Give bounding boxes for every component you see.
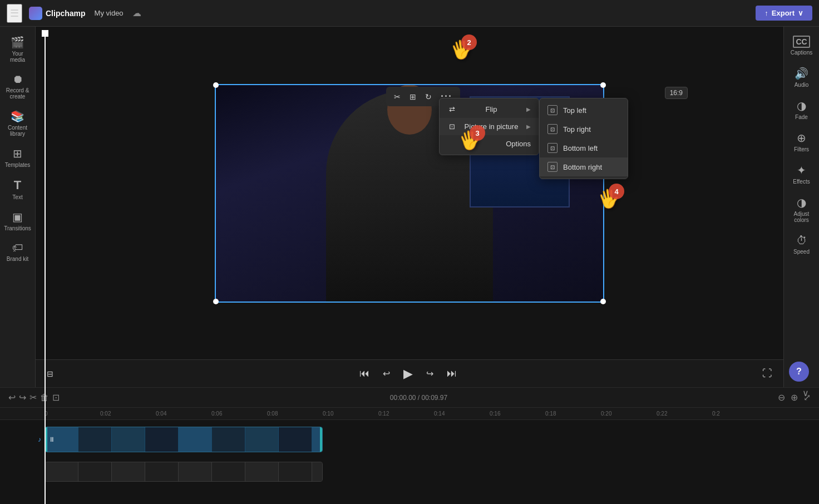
right-panel-fade[interactable]: ◑ Fade — [786, 95, 818, 125]
right-panel-audio[interactable]: 🔊 Audio — [786, 62, 818, 92]
rotate-icon: ↻ — [425, 92, 432, 101]
sidebar-item-your-media[interactable]: 🎬 Your media — [2, 31, 34, 67]
export-button[interactable]: ↑ Export ∨ — [756, 6, 812, 21]
flip-chevron-icon: ▶ — [526, 106, 531, 112]
bottom-right-icon: ⊡ — [547, 162, 557, 172]
pip-bottom-left[interactable]: ⊡ Bottom left — [540, 139, 628, 157]
layout-button[interactable]: ⊞ — [406, 91, 420, 103]
right-panel-speed[interactable]: ⏱ Speed — [786, 230, 818, 259]
handle-bottom-right[interactable] — [600, 299, 606, 304]
pip-chevron-icon: ▶ — [526, 123, 531, 130]
pip-menu-item[interactable]: ⊡ Picture in picture ▶ — [440, 118, 539, 135]
tick-24: 0:2 — [712, 411, 720, 417]
right-panel-captions[interactable]: CC Captions — [786, 31, 818, 60]
preview-area: ✂ ⊞ ↻ ··· 16:9 ⇄ Flip — [36, 27, 783, 387]
sidebar-item-text[interactable]: T Text — [2, 174, 34, 205]
playhead — [45, 420, 46, 504]
top-right-icon: ⊡ — [547, 124, 557, 134]
forward-5s-button[interactable]: ↪ — [424, 366, 436, 381]
preview-container[interactable]: ✂ ⊞ ↻ ··· 16:9 ⇄ Flip — [36, 27, 783, 359]
main-area: 🎬 Your media ⏺ Record & create 📚 Content… — [0, 27, 819, 387]
right-panel-effects[interactable]: ✦ Effects — [786, 159, 818, 189]
timeline-time-display: 00:00.00 / 00:09.97 — [390, 394, 447, 402]
rotate-button[interactable]: ↻ — [422, 91, 435, 103]
skip-forward-button[interactable]: ⏭ — [445, 365, 459, 382]
aspect-ratio-badge[interactable]: 16:9 — [665, 87, 688, 99]
secondary-thumbnails — [45, 462, 323, 481]
tick-22: 0:22 — [657, 411, 667, 417]
tick-02: 0:02 — [100, 411, 111, 417]
collapse-panel-button[interactable]: ∨ — [802, 388, 809, 398]
brand-icon: 🏷 — [12, 241, 23, 254]
sidebar-item-templates[interactable]: ⊞ Templates — [2, 142, 34, 172]
rewind-5s-button[interactable]: ↩ — [381, 366, 392, 381]
context-menu: ⇄ Flip ▶ ⊡ Picture in picture ▶ Options — [439, 98, 539, 155]
handle-bottom-left[interactable] — [213, 299, 219, 304]
pip-bottom-right[interactable]: ⊡ Bottom right — [540, 157, 628, 176]
timeline-tracks[interactable]: ♪ ⏸ — [0, 420, 819, 504]
redo-button[interactable]: ↪ — [17, 391, 28, 404]
flip-icon: ⇄ — [447, 105, 456, 113]
sidebar-item-record-create[interactable]: ⏺ Record & create — [2, 68, 34, 104]
cloud-sync-icon: ☁ — [132, 8, 141, 18]
crop-button[interactable]: ✂ — [391, 91, 404, 103]
video-title[interactable]: My video — [95, 9, 124, 17]
templates-icon: ⊞ — [13, 147, 22, 160]
logo-icon — [29, 7, 42, 20]
flip-menu-item[interactable]: ⇄ Flip ▶ — [440, 101, 539, 118]
effects-icon: ✦ — [797, 164, 806, 177]
pip-top-right[interactable]: ⊡ Top right — [540, 120, 628, 139]
app-name: Clipchamp — [46, 9, 86, 18]
filters-icon: ⊕ — [797, 131, 806, 145]
tick-20: 0:20 — [601, 411, 611, 417]
fullscreen-button[interactable]: ⛶ — [760, 365, 774, 382]
tick-06: 0:06 — [211, 411, 222, 417]
playback-controls: ⊟ ⏮ ↩ ▶ ↪ ⏭ ⛶ — [36, 359, 783, 387]
tick-04: 0:04 — [156, 411, 166, 417]
handle-top-right[interactable] — [600, 82, 606, 88]
right-panel-filters[interactable]: ⊕ Filters — [786, 127, 818, 157]
secondary-clip[interactable] — [45, 462, 323, 482]
tick-10: 0:10 — [323, 411, 333, 417]
playback-center: ⏮ ↩ ▶ ↪ ⏭ — [357, 364, 459, 383]
bottom-left-icon: ⊡ — [547, 143, 557, 153]
right-panel: CC Captions 🔊 Audio ◑ Fade ⊕ Filters ✦ E… — [783, 27, 819, 387]
cut-button[interactable]: ✂ — [28, 391, 38, 404]
top-left-icon: ⊡ — [547, 105, 557, 115]
timeline-toolbar: ↩ ↪ ✂ 🗑 ⊡ 00:00.00 / 00:09.97 ⊖ ⊕ ⤢ — [0, 388, 819, 408]
sidebar-item-content-library[interactable]: 📚 Content library — [2, 105, 34, 141]
skip-back-button[interactable]: ⏮ — [357, 365, 372, 382]
export-icon: ↑ — [764, 9, 768, 17]
split-button[interactable]: ⊡ — [51, 391, 61, 404]
media-icon: 🎬 — [11, 36, 24, 49]
pip-submenu: ⊡ Top left ⊡ Top right ⊡ Bottom left ⊡ B… — [539, 98, 628, 179]
library-icon: 📚 — [11, 110, 24, 123]
zoom-out-button[interactable]: ⊖ — [776, 391, 787, 404]
sidebar-item-transitions[interactable]: ▣ Transitions — [2, 206, 34, 236]
timeline-track-video: ♪ ⏸ — [0, 422, 819, 457]
tick-14: 0:14 — [434, 411, 445, 417]
sidebar-item-brand-kit[interactable]: 🏷 Brand kit — [2, 237, 34, 266]
playback-right: ⛶ — [760, 365, 774, 382]
right-panel-adjust-colors[interactable]: ◑ Adjust colors — [786, 191, 818, 228]
undo-button[interactable]: ↩ — [7, 391, 17, 404]
handle-top-left[interactable] — [213, 82, 219, 88]
video-clip[interactable]: ⏸ — [45, 427, 323, 452]
tick-16: 0:16 — [490, 411, 500, 417]
hamburger-menu[interactable]: ☰ — [7, 4, 22, 23]
options-menu-item[interactable]: Options — [440, 135, 539, 152]
track-controls: ♪ — [4, 436, 45, 443]
play-pause-button[interactable]: ▶ — [401, 364, 415, 383]
pip-top-left[interactable]: ⊡ Top left — [540, 101, 628, 120]
timeline-area: ↩ ↪ ✂ 🗑 ⊡ 00:00.00 / 00:09.97 ⊖ ⊕ ⤢ 0 0:… — [0, 387, 819, 504]
layout-icon: ⊞ — [410, 92, 416, 101]
captions-icon: CC — [793, 36, 810, 48]
zoom-in-button[interactable]: ⊕ — [789, 391, 800, 404]
track-audio-icon: ♪ — [38, 436, 41, 443]
help-button[interactable]: ? — [789, 362, 809, 382]
app-logo: Clipchamp — [29, 7, 86, 20]
hide-controls-button[interactable]: ⊟ — [45, 367, 56, 381]
fade-icon: ◑ — [797, 99, 806, 112]
clip-pause-icon: ⏸ — [48, 436, 55, 443]
transitions-icon: ▣ — [12, 210, 23, 224]
